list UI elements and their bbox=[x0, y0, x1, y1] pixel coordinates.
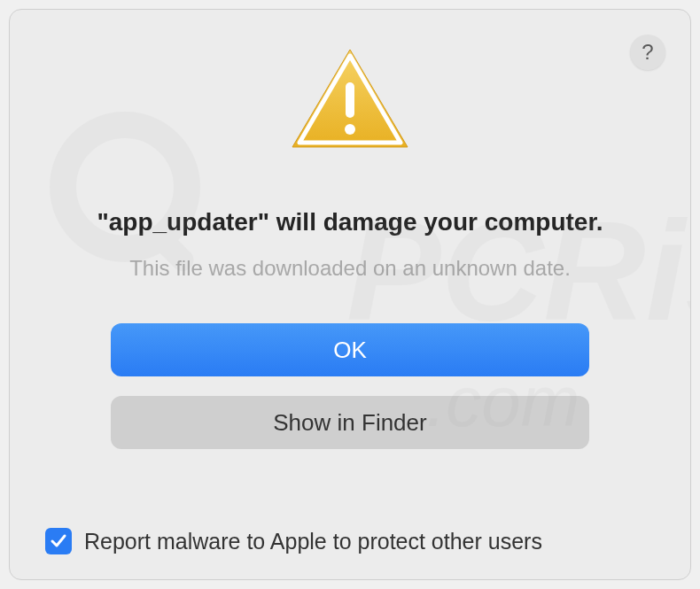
show-in-finder-button[interactable]: Show in Finder bbox=[111, 396, 589, 449]
report-malware-checkbox[interactable] bbox=[45, 528, 72, 554]
dialog-subtitle: This file was downloaded on an unknown d… bbox=[129, 256, 571, 281]
dialog-title: "app_updater" will damage your computer. bbox=[97, 208, 603, 236]
report-malware-label: Report malware to Apple to protect other… bbox=[84, 529, 542, 554]
ok-button[interactable]: OK bbox=[111, 323, 589, 376]
help-button[interactable]: ? bbox=[630, 35, 665, 70]
security-warning-dialog: PCRisk .com ? "app_updater" will damage … bbox=[9, 9, 691, 580]
svg-point-5 bbox=[345, 124, 355, 135]
report-malware-row: Report malware to Apple to protect other… bbox=[45, 528, 542, 554]
warning-icon bbox=[288, 45, 412, 159]
help-icon: ? bbox=[642, 40, 653, 65]
checkmark-icon bbox=[50, 532, 67, 550]
svg-rect-4 bbox=[346, 82, 354, 118]
